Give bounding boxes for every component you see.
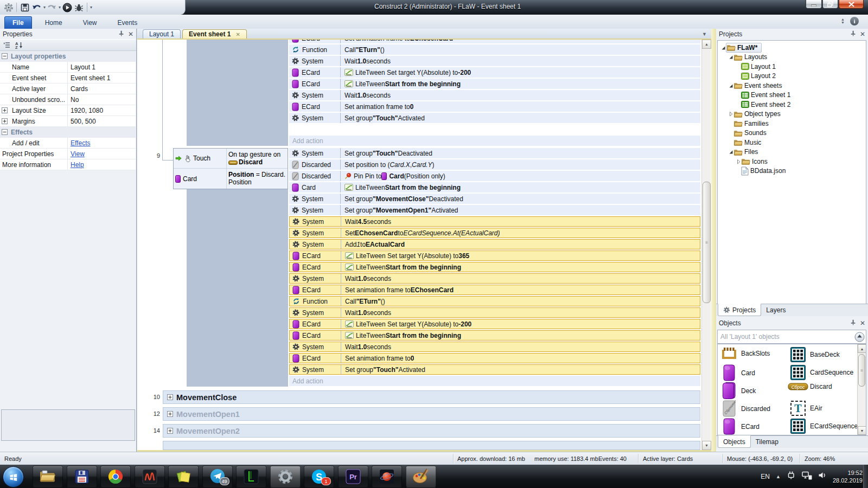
- pin-icon[interactable]: [850, 30, 856, 38]
- close-panel-icon[interactable]: ✕: [860, 319, 865, 327]
- tree-item-event-sheets[interactable]: Event sheets: [718, 81, 866, 91]
- object-backslots[interactable]: BackSlots: [720, 346, 770, 361]
- object-card[interactable]: Card: [720, 364, 755, 381]
- action-row[interactable]: ECardLiteTween Start from the beginning: [289, 262, 700, 272]
- action-row[interactable]: ECardSet animation frame to 0: [289, 101, 700, 112]
- action-row[interactable]: SystemWait 1.0 seconds: [289, 342, 700, 352]
- ribbon-tab-file[interactable]: File: [4, 16, 32, 29]
- action-row[interactable]: SystemSet group "Touch" Deactivated: [289, 148, 700, 158]
- taskbar-floppy-icon[interactable]: [67, 466, 97, 487]
- action-row[interactable]: SystemSet group "MovementClose" Deactiva…: [289, 194, 700, 204]
- action-row[interactable]: SystemWait 4.5 seconds: [289, 216, 700, 227]
- power-icon[interactable]: [787, 471, 796, 482]
- property-row[interactable]: Project PropertiesView: [0, 149, 136, 159]
- close-tab-icon[interactable]: ✕: [235, 31, 240, 37]
- pin-icon[interactable]: [850, 319, 856, 327]
- tree-item-music[interactable]: Music: [718, 138, 866, 147]
- action-row[interactable]: SystemSet group "Touch" Activated: [289, 364, 700, 375]
- action-row[interactable]: SystemSet EChosenCard to ECardSequence.A…: [289, 228, 700, 238]
- categorized-view-icon[interactable]: [2, 41, 12, 50]
- about-icon[interactable]: i: [850, 17, 859, 25]
- panel-tab-layers[interactable]: Layers: [761, 304, 790, 316]
- tree-expander-icon[interactable]: [727, 149, 733, 155]
- panel-tab-objects[interactable]: Objects: [718, 435, 751, 448]
- panel-splitter[interactable]: [711, 29, 716, 452]
- add-action-link[interactable]: Add action: [289, 136, 700, 146]
- taskbar-explorer-icon[interactable]: [33, 466, 63, 487]
- start-button[interactable]: [3, 466, 24, 487]
- event-sheet-scrollbar[interactable]: ▲ ≡ ▼: [701, 40, 711, 450]
- action-row[interactable]: ECardSet animation frame to EChosenCard: [289, 285, 700, 295]
- ribbon-tab-home[interactable]: Home: [37, 17, 70, 29]
- save-icon[interactable]: [19, 2, 30, 14]
- tree-expander-icon[interactable]: [727, 54, 733, 60]
- hidden-icons-icon[interactable]: ▲: [776, 474, 781, 479]
- tab-list-dropdown-icon[interactable]: ▼: [702, 31, 707, 37]
- qat-overflow-icon[interactable]: ▾: [90, 5, 92, 10]
- object-basedeck[interactable]: BaseDeck: [789, 346, 840, 363]
- action-row[interactable]: ECardLiteTween Start from the beginning: [289, 79, 700, 89]
- action-row[interactable]: ECardLiteTween Start from the beginning: [289, 330, 700, 341]
- property-row[interactable]: Add / editEffects: [0, 138, 136, 149]
- scroll-down-icon[interactable]: ▼: [858, 426, 866, 435]
- tree-item-layout-1[interactable]: Layout 1: [718, 62, 866, 72]
- property-section[interactable]: Effects: [0, 127, 136, 138]
- object-deck[interactable]: Deck: [720, 382, 756, 399]
- action-row[interactable]: SystemSet group "Touch" Activated: [289, 113, 700, 123]
- restore-button[interactable]: [822, 0, 838, 9]
- action-row[interactable]: SystemAdd 1 to EActualCard: [289, 239, 700, 249]
- tree-item-layouts[interactable]: Layouts: [718, 53, 866, 62]
- action-row[interactable]: ECardSet animation frame to 0: [289, 353, 700, 363]
- action-row[interactable]: CardLiteTween Start from the beginning: [289, 182, 700, 192]
- property-row[interactable]: Unbounded scro...No: [0, 94, 136, 105]
- taskbar-sphere-icon[interactable]: [372, 466, 402, 487]
- taskbar-audition-icon[interactable]: [135, 466, 165, 487]
- scrollbar-thumb[interactable]: ≡: [703, 182, 711, 303]
- taskbar-skype-icon[interactable]: S1: [304, 466, 334, 487]
- tree-expander-icon[interactable]: [727, 83, 733, 88]
- scroll-up-icon[interactable]: ▲: [858, 344, 866, 353]
- close-button[interactable]: [839, 0, 864, 9]
- event9-conditions[interactable]: TouchOn tap gesture on DiscardCardPositi…: [173, 148, 288, 189]
- action-row[interactable]: FunctionCall "ETurn" (): [289, 296, 700, 306]
- show-desktop-button[interactable]: [863, 465, 868, 488]
- ribbon-collapse-icon[interactable]: ▲▼: [841, 18, 845, 24]
- redo-dropdown-icon[interactable]: ▾: [59, 5, 61, 10]
- close-panel-icon[interactable]: ✕: [128, 30, 133, 38]
- object-eair[interactable]: TEAir: [789, 400, 822, 416]
- sort-az-icon[interactable]: AZ: [14, 41, 24, 50]
- construct-logo-icon[interactable]: [3, 2, 14, 14]
- objects-scrollbar[interactable]: ▲≡▼: [857, 344, 866, 435]
- action-row[interactable]: SystemSet group "MovementOpen1" Activate…: [289, 205, 700, 215]
- tree-item-families[interactable]: Families: [718, 119, 866, 129]
- expand-group-icon[interactable]: [167, 428, 173, 434]
- tree-expander-icon[interactable]: [720, 45, 726, 50]
- close-panel-icon[interactable]: ✕: [860, 30, 865, 38]
- action-row[interactable]: FunctionCall "ETurn" (): [289, 44, 700, 55]
- group-movementopen1[interactable]: MovementOpen1: [163, 407, 700, 421]
- tree-expander-icon[interactable]: [735, 159, 741, 164]
- clock[interactable]: 19:5228.02.2019: [833, 469, 863, 484]
- object-ecardsequence[interactable]: ECardSequence: [789, 418, 858, 434]
- tree-item-object-types[interactable]: Object types: [718, 110, 866, 119]
- property-row[interactable]: Active layerCards: [0, 84, 136, 94]
- action-row[interactable]: SystemWait 1.0 seconds: [289, 307, 700, 318]
- condition-row[interactable]: TouchOn tap gesture on Discard: [174, 149, 288, 169]
- taskbar-telegram-icon[interactable]: 49: [202, 466, 233, 487]
- action-row[interactable]: ECardSet animation frame to EChosenCard: [289, 40, 700, 43]
- action-row[interactable]: DiscardedSet position to (Card.X, Card.Y…: [289, 159, 700, 170]
- group-movementclose[interactable]: MovementClose: [163, 390, 700, 404]
- property-row[interactable]: Margins500, 500: [0, 116, 136, 127]
- taskbar-premiere-icon[interactable]: Pr: [338, 466, 368, 487]
- object-discard[interactable]: СбросDiscard: [789, 382, 832, 391]
- ribbon-tab-view[interactable]: View: [75, 17, 105, 29]
- tree-item-event-sheet-1[interactable]: Event sheet 1: [718, 91, 866, 100]
- property-row[interactable]: More informationHelp: [0, 159, 136, 170]
- property-section[interactable]: Layout properties: [0, 51, 136, 62]
- group-partial[interactable]: [163, 441, 700, 450]
- expand-group-icon[interactable]: [167, 394, 173, 400]
- tree-item-flaw-[interactable]: FLaW*: [718, 43, 866, 53]
- action-row[interactable]: SystemWait 1.0 seconds: [289, 273, 700, 284]
- object-discarded[interactable]: СброшенаDiscarded: [720, 400, 770, 417]
- property-row[interactable]: NameLayout 1: [0, 62, 136, 73]
